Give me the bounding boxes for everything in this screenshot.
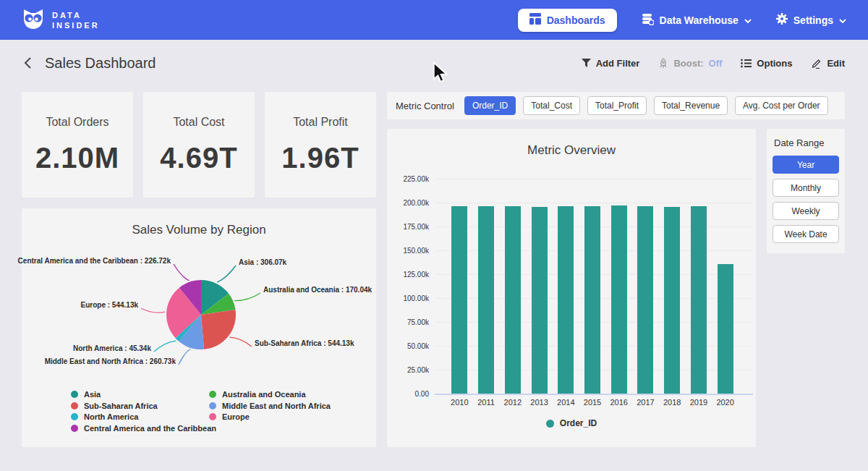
bar-chart-legend: Order_ID: [387, 418, 756, 428]
legend-label: Order_ID: [560, 418, 597, 428]
boost-toggle[interactable]: Boost: Off: [658, 58, 722, 69]
bar-2019[interactable]: [691, 206, 707, 394]
brand-line2: INSIDER: [52, 20, 100, 30]
pie-slice-sub-saharan-africa[interactable]: [201, 310, 236, 349]
pie-leader-line: [174, 264, 189, 281]
x-axis-tick: 2013: [530, 398, 548, 407]
filter-icon: [582, 59, 591, 67]
kpi-label: Total Orders: [46, 116, 109, 129]
date-range-monthly[interactable]: Monthly: [773, 179, 839, 197]
bar-2013[interactable]: [532, 207, 548, 394]
y-axis-tick: 225.00k: [387, 175, 429, 183]
pie-label-middle-east-and-north-africa: Middle East and North Africa : 260.73k: [45, 357, 176, 365]
pie-legend-item-middle-east-and-north-africa[interactable]: Middle East and North Africa: [209, 402, 331, 410]
y-axis-tick: 150.00k: [387, 247, 429, 255]
date-range-week-date[interactable]: Week Date: [773, 225, 839, 243]
pie-legend-item-central-america-and-the-caribbean[interactable]: Central America and the Caribbean: [71, 424, 216, 433]
x-axis-tick: 2012: [504, 398, 522, 407]
metric-overview-panel: Metric Overview 225.00k200.00k175.00k150…: [387, 129, 756, 447]
pie-legend-item-australia-and-oceania[interactable]: Australia and Oceania: [209, 390, 306, 399]
bar-2014[interactable]: [558, 206, 574, 394]
pie-leader-line: [179, 349, 190, 365]
chevron-down-icon: [744, 14, 752, 26]
legend-label: Middle East and North Africa: [222, 402, 331, 410]
options-button[interactable]: Options: [741, 58, 792, 69]
pie-label-sub-saharan-africa: Sub-Saharan Africa : 544.13k: [255, 339, 354, 347]
x-axis-tick: 2014: [557, 398, 574, 407]
pie-label-australia-and-oceania: Australia and Oceania : 170.04k: [263, 286, 372, 294]
metric-chip-total-profit[interactable]: Total_Profit: [587, 96, 647, 115]
pie-leader-line: [229, 337, 252, 347]
date-range-panel: Date Range Year Monthly Weekly Week Date: [767, 129, 845, 253]
bar-2011[interactable]: [478, 206, 494, 394]
legend-label: North America: [84, 412, 138, 421]
pie-leader-line: [217, 266, 236, 282]
data-warehouse-menu[interactable]: Data Warehouse: [642, 13, 752, 27]
kpi-label: Total Profit: [293, 116, 348, 129]
add-filter-label: Add Filter: [596, 58, 640, 69]
x-axis-tick: 2019: [690, 398, 707, 407]
legend-dot: [209, 391, 216, 398]
pie-legend-item-north-america[interactable]: North America: [71, 412, 138, 421]
legend-dot: [71, 413, 78, 420]
metric-chip-avg-cost-per-order[interactable]: Avg. Cost per Order: [735, 96, 828, 115]
settings-menu[interactable]: Settings: [776, 13, 846, 27]
gridline: [435, 394, 753, 395]
page-title: Sales Dashboard: [45, 55, 156, 72]
y-axis-tick: 50.00k: [387, 342, 429, 350]
bar-2012[interactable]: [505, 206, 521, 394]
date-range-year[interactable]: Year: [773, 156, 839, 174]
options-label: Options: [757, 58, 792, 69]
edit-button[interactable]: Edit: [811, 58, 845, 69]
legend-dot: [71, 402, 78, 410]
bar-2020[interactable]: [718, 264, 733, 394]
date-range-label: Date Range: [774, 137, 839, 148]
y-axis-tick: 100.00k: [387, 294, 429, 302]
boost-label: Boost:: [673, 58, 703, 69]
legend-dot: [209, 402, 216, 410]
pie-legend-item-sub-saharan-africa[interactable]: Sub-Saharan Africa: [71, 402, 158, 410]
owl-logo-icon: [22, 7, 45, 33]
dashboards-icon: [529, 13, 541, 27]
pie-label-asia: Asia : 306.07k: [239, 258, 286, 266]
dashboards-label: Dashboards: [547, 14, 605, 26]
boost-value: Off: [709, 58, 723, 69]
top-navbar: DATA INSIDER Dashboards: [0, 0, 868, 40]
add-filter-button[interactable]: Add Filter: [582, 58, 640, 69]
brand[interactable]: DATA INSIDER: [22, 7, 100, 33]
legend-label: Central America and the Caribbean: [84, 424, 216, 433]
settings-label: Settings: [793, 14, 833, 26]
metric-control-bar: Metric Control Order_ID Total_Cost Total…: [387, 92, 845, 119]
metric-chip-total-revenue[interactable]: Total_Revenue: [654, 96, 728, 115]
kpi-value: 1.96T: [281, 142, 359, 174]
legend-label: Australia and Oceania: [222, 390, 306, 399]
kpi-value: 2.10M: [35, 142, 119, 174]
edit-label: Edit: [827, 58, 845, 69]
brand-line1: DATA: [52, 10, 100, 20]
kpi-label: Total Cost: [173, 116, 224, 129]
data-warehouse-label: Data Warehouse: [660, 14, 739, 26]
options-list-icon: [741, 59, 752, 68]
x-axis-tick: 2011: [477, 398, 495, 407]
pie-legend-item-asia[interactable]: Asia: [71, 390, 101, 399]
pie-label-europe: Europe : 544.13k: [81, 301, 138, 309]
back-button[interactable]: [23, 56, 32, 69]
bar-2017[interactable]: [637, 206, 653, 394]
pie-legend-item-europe[interactable]: Europe: [209, 412, 250, 421]
x-axis-tick: 2017: [637, 398, 654, 407]
legend-dot: [209, 413, 216, 420]
legend-dot: [71, 391, 78, 398]
pie-leader-line: [154, 341, 176, 352]
bar-2016[interactable]: [611, 205, 627, 394]
legend-label: Sub-Saharan Africa: [84, 402, 158, 410]
x-axis-tick: 2016: [610, 398, 627, 407]
dashboards-button[interactable]: Dashboards: [518, 9, 617, 32]
metric-chip-order-id[interactable]: Order_ID: [464, 96, 516, 115]
bar-2010[interactable]: [451, 206, 467, 394]
metric-chip-total-cost[interactable]: Total_Cost: [523, 96, 580, 115]
bar-2015[interactable]: [584, 206, 600, 394]
y-axis-tick: 75.00k: [387, 318, 429, 326]
bar-chart-title: Metric Overview: [387, 143, 756, 158]
date-range-weekly[interactable]: Weekly: [773, 202, 839, 220]
bar-2018[interactable]: [664, 207, 680, 394]
